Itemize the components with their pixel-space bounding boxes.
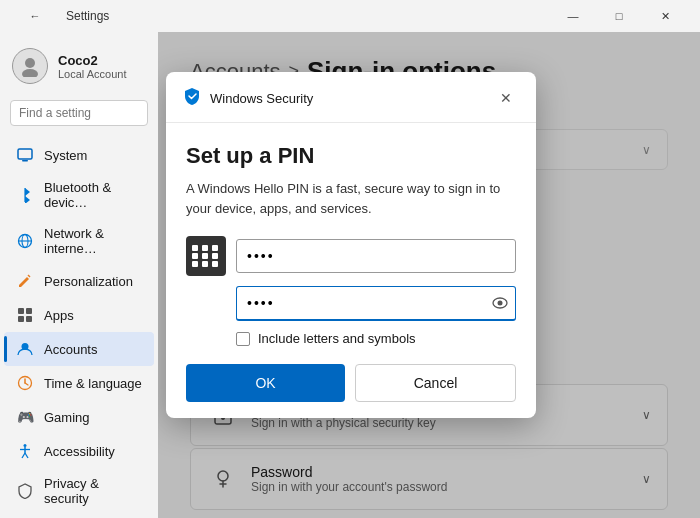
apps-icon	[16, 306, 34, 324]
sidebar-item-apps[interactable]: Apps	[4, 298, 154, 332]
pin-input-1[interactable]	[236, 239, 516, 273]
window-controls: — □ ✕	[550, 0, 688, 32]
svg-point-21	[498, 300, 503, 305]
personalization-icon	[16, 272, 34, 290]
sidebar-item-network[interactable]: Network & interne…	[4, 218, 154, 264]
setup-pin-dialog: Windows Security ✕ Set up a PIN A Window…	[166, 72, 536, 418]
sidebar-item-gaming[interactable]: 🎮 Gaming	[4, 400, 154, 434]
sidebar-label-bluetooth: Bluetooth & devic…	[44, 180, 142, 210]
sidebar-label-system: System	[44, 148, 87, 163]
avatar	[12, 48, 48, 84]
gaming-icon: 🎮	[16, 408, 34, 426]
pin-keypad-icon	[186, 236, 226, 276]
accessibility-icon	[16, 442, 34, 460]
pin-input-row-1	[186, 236, 516, 276]
cancel-button[interactable]: Cancel	[355, 364, 516, 402]
include-symbols-row: Include letters and symbols	[236, 331, 516, 346]
close-button[interactable]: ✕	[642, 0, 688, 32]
svg-line-14	[25, 383, 28, 385]
sidebar-item-accounts[interactable]: Accounts	[4, 332, 154, 366]
sidebar-item-personalization[interactable]: Personalization	[4, 264, 154, 298]
content-area: Accounts > Sign-in options Windows Hello…	[158, 32, 700, 518]
pin-field-wrapper-2	[236, 286, 516, 321]
svg-line-18	[22, 453, 25, 458]
show-pin-button[interactable]	[492, 296, 508, 312]
svg-rect-2	[18, 149, 32, 159]
svg-point-0	[25, 58, 35, 68]
svg-rect-8	[26, 308, 32, 314]
bluetooth-icon	[16, 186, 34, 204]
sidebar-label-gaming: Gaming	[44, 410, 90, 425]
pin-input-row-2	[186, 286, 516, 321]
network-icon	[16, 232, 34, 250]
svg-rect-10	[26, 316, 32, 322]
user-name: Coco2	[58, 53, 127, 68]
user-section: Coco2 Local Account	[0, 40, 158, 100]
maximize-button[interactable]: □	[596, 0, 642, 32]
sidebar-item-time[interactable]: Time & language	[4, 366, 154, 400]
pin-confirm-input[interactable]	[236, 286, 516, 321]
dialog-overlay: Windows Security ✕ Set up a PIN A Window…	[158, 32, 700, 518]
minimize-button[interactable]: —	[550, 0, 596, 32]
time-icon	[16, 374, 34, 392]
sidebar-item-privacy[interactable]: Privacy & security	[4, 468, 154, 514]
sidebar-item-system[interactable]: System	[4, 138, 154, 172]
title-bar-title: Settings	[66, 9, 109, 23]
user-type: Local Account	[58, 68, 127, 80]
svg-rect-3	[22, 160, 28, 162]
search-input[interactable]	[10, 100, 148, 126]
title-bar: ← Settings — □ ✕	[0, 0, 700, 32]
sidebar-label-network: Network & interne…	[44, 226, 142, 256]
sidebar-label-privacy: Privacy & security	[44, 476, 142, 506]
system-icon	[16, 146, 34, 164]
app-body: Coco2 Local Account System Bluetooth & d…	[0, 32, 700, 518]
dialog-header-left: Windows Security	[182, 86, 313, 110]
dialog-title: Windows Security	[210, 91, 313, 106]
sidebar-item-bluetooth[interactable]: Bluetooth & devic…	[4, 172, 154, 218]
sidebar-label-accessibility: Accessibility	[44, 444, 115, 459]
sidebar-label-time: Time & language	[44, 376, 142, 391]
dialog-description: A Windows Hello PIN is a fast, secure wa…	[186, 179, 516, 218]
include-symbols-label: Include letters and symbols	[258, 331, 416, 346]
user-info: Coco2 Local Account	[58, 53, 127, 80]
accounts-icon	[16, 340, 34, 358]
back-button[interactable]: ←	[12, 0, 58, 32]
privacy-icon	[16, 482, 34, 500]
dialog-buttons: OK Cancel	[186, 364, 516, 402]
sidebar-label-apps: Apps	[44, 308, 74, 323]
include-symbols-checkbox[interactable]	[236, 332, 250, 346]
dialog-main-title: Set up a PIN	[186, 143, 516, 169]
windows-security-icon	[182, 86, 202, 110]
dialog-body: Set up a PIN A Windows Hello PIN is a fa…	[166, 123, 536, 418]
sidebar-label-personalization: Personalization	[44, 274, 133, 289]
svg-line-19	[25, 453, 28, 458]
pin-field-wrapper-1	[236, 239, 516, 273]
sidebar-label-accounts: Accounts	[44, 342, 97, 357]
dialog-header: Windows Security ✕	[166, 72, 536, 123]
ok-button[interactable]: OK	[186, 364, 345, 402]
sidebar-item-accessibility[interactable]: Accessibility	[4, 434, 154, 468]
svg-rect-7	[18, 308, 24, 314]
svg-point-1	[22, 69, 38, 77]
svg-rect-9	[18, 316, 24, 322]
dialog-close-button[interactable]: ✕	[492, 84, 520, 112]
svg-point-15	[24, 444, 27, 447]
sidebar: Coco2 Local Account System Bluetooth & d…	[0, 32, 158, 518]
